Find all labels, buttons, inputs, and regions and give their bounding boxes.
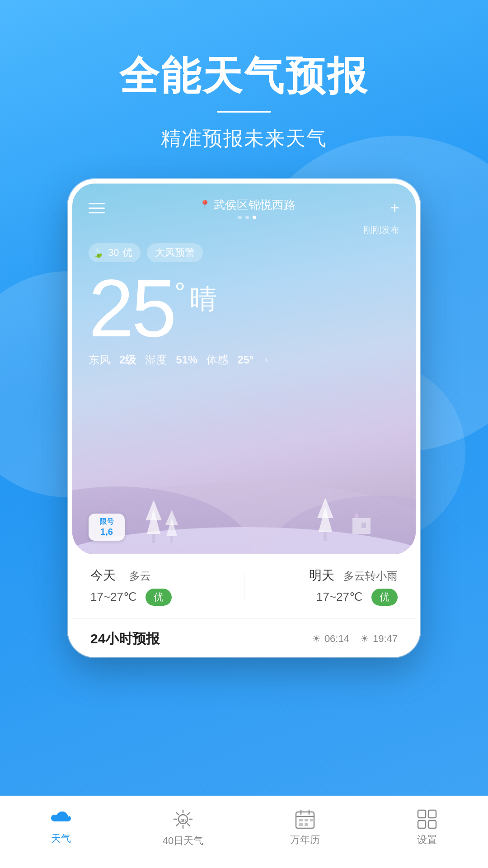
- sunrise-icon: ☀: [312, 633, 321, 645]
- wind-warning-badge[interactable]: 大风预警: [147, 243, 203, 262]
- sun-info: ☀ 06:14 ☀ 19:47: [312, 633, 398, 645]
- aqi-row: 🍃 30 优 大风预警: [89, 243, 399, 262]
- license-title: 限号: [95, 517, 118, 527]
- svg-line-23: [188, 812, 189, 814]
- cloud-icon: [48, 810, 74, 828]
- location-pin-icon: 📍: [199, 199, 211, 210]
- nav-label-calendar: 万年历: [290, 833, 320, 847]
- tomorrow-condition: 多云转小雨: [343, 569, 398, 583]
- license-badge: 限号 1,6: [89, 514, 125, 541]
- svg-rect-30: [299, 819, 303, 821]
- svg-rect-35: [418, 810, 426, 818]
- aqi-badge[interactable]: 🍃 30 优: [89, 243, 141, 262]
- svg-text:40: 40: [180, 817, 186, 823]
- sun40-icon: 40: [172, 808, 194, 830]
- forecast24-title: 24小时预报: [90, 630, 160, 648]
- svg-line-24: [177, 824, 178, 826]
- svg-line-21: [177, 812, 178, 814]
- wind-level-value: 2级: [119, 353, 136, 367]
- tomorrow-quality: 优: [371, 589, 398, 606]
- svg-rect-14: [355, 514, 358, 518]
- nav-label-settings: 设置: [417, 833, 437, 847]
- forecast-row: 今天 多云 17~27℃ 优 明天 多云转小雨: [72, 554, 416, 619]
- sunrise-time: 06:14: [324, 633, 349, 645]
- nav-item-calendar[interactable]: 万年历: [244, 809, 366, 847]
- sunset-time: 19:47: [373, 633, 398, 645]
- add-location-button[interactable]: +: [390, 198, 399, 217]
- nav-item-40day[interactable]: 40 40日天气: [122, 808, 244, 848]
- svg-rect-33: [299, 823, 303, 826]
- leaf-icon: 🍃: [93, 247, 104, 258]
- dot-1: [238, 216, 242, 219]
- published-time: 刚刚发布: [72, 224, 416, 236]
- location-area: 📍 武侯区锦悦西路: [199, 197, 296, 219]
- forecast-section: 今天 多云 17~27℃ 优 明天 多云转小雨: [72, 554, 416, 653]
- wind-direction-label: 东风: [89, 353, 110, 367]
- page-dots: [238, 216, 256, 219]
- tomorrow-forecast: 明天 多云转小雨 17~27℃ 优: [253, 567, 398, 606]
- forecast-divider: [244, 573, 244, 600]
- chevron-right-icon: ›: [265, 354, 268, 366]
- feel-value: 25°: [237, 354, 253, 366]
- phone-mockup: 📍 武侯区锦悦西路 + 刚刚发布 🍃: [68, 179, 420, 657]
- main-title: 全能天气预报: [0, 54, 488, 98]
- aqi-quality: 优: [122, 246, 132, 259]
- temperature-number: 25: [89, 268, 174, 349]
- bottom-nav: 天气 40 40日天气: [0, 796, 488, 868]
- nav-item-weather[interactable]: 天气: [0, 810, 122, 845]
- grid-icon: [417, 809, 437, 830]
- license-numbers: 1,6: [95, 527, 118, 537]
- divider: [217, 111, 271, 113]
- humidity-value: 51%: [176, 354, 197, 366]
- svg-rect-6: [152, 534, 155, 543]
- today-condition: 多云: [129, 569, 151, 583]
- weather-details[interactable]: 东风 2级 湿度 51% 体感 25° ›: [89, 353, 399, 367]
- subtitle: 精准预报未来天气: [0, 125, 488, 152]
- svg-rect-9: [170, 536, 173, 543]
- aqi-number: 30: [108, 247, 119, 259]
- svg-rect-15: [361, 523, 366, 528]
- svg-rect-38: [428, 821, 436, 828]
- phone-frame: 📍 武侯区锦悦西路 + 刚刚发布 🍃: [68, 179, 420, 657]
- sunrise-info: ☀ 06:14: [312, 633, 349, 645]
- temperature-display: 25 ° 晴: [89, 268, 399, 349]
- weather-info: 🍃 30 优 大风预警 25 ° 晴 东风 2级 湿度 51% 体感: [72, 236, 416, 367]
- header-section: 全能天气预报 精准预报未来天气: [0, 0, 488, 152]
- nav-item-settings[interactable]: 设置: [366, 809, 488, 847]
- nav-label-40day: 40日天气: [163, 834, 203, 848]
- dot-3: [253, 216, 256, 219]
- calendar-icon: [295, 809, 315, 830]
- degree-symbol: °: [174, 277, 185, 308]
- phone-topbar: 📍 武侯区锦悦西路 +: [72, 184, 416, 224]
- forecast24-header: 24小时预报 ☀ 06:14 ☀ 19:47: [72, 619, 416, 653]
- tomorrow-temp: 17~27℃: [316, 590, 362, 604]
- sunset-info: ☀ 19:47: [360, 633, 398, 645]
- nav-label-weather: 天气: [51, 832, 71, 845]
- svg-rect-36: [428, 810, 436, 818]
- location-text: 武侯区锦悦西路: [213, 197, 296, 213]
- tomorrow-label: 明天: [309, 567, 334, 584]
- svg-rect-12: [324, 532, 327, 541]
- phone-screen: 📍 武侯区锦悦西路 + 刚刚发布 🍃: [72, 184, 416, 554]
- svg-rect-37: [418, 821, 426, 828]
- svg-line-22: [188, 824, 189, 826]
- menu-icon[interactable]: [89, 203, 105, 213]
- humidity-label: 湿度: [145, 353, 167, 367]
- svg-rect-34: [305, 823, 308, 826]
- today-label: 今天: [90, 567, 116, 584]
- feel-label: 体感: [206, 353, 228, 367]
- sunset-icon: ☀: [360, 633, 369, 645]
- today-temp: 17~27℃: [90, 590, 136, 604]
- today-quality: 优: [145, 589, 172, 606]
- svg-rect-32: [310, 819, 313, 821]
- dot-2: [245, 216, 249, 219]
- svg-rect-31: [305, 819, 308, 821]
- today-forecast: 今天 多云 17~27℃ 优: [90, 567, 235, 606]
- weather-condition: 晴: [190, 281, 217, 318]
